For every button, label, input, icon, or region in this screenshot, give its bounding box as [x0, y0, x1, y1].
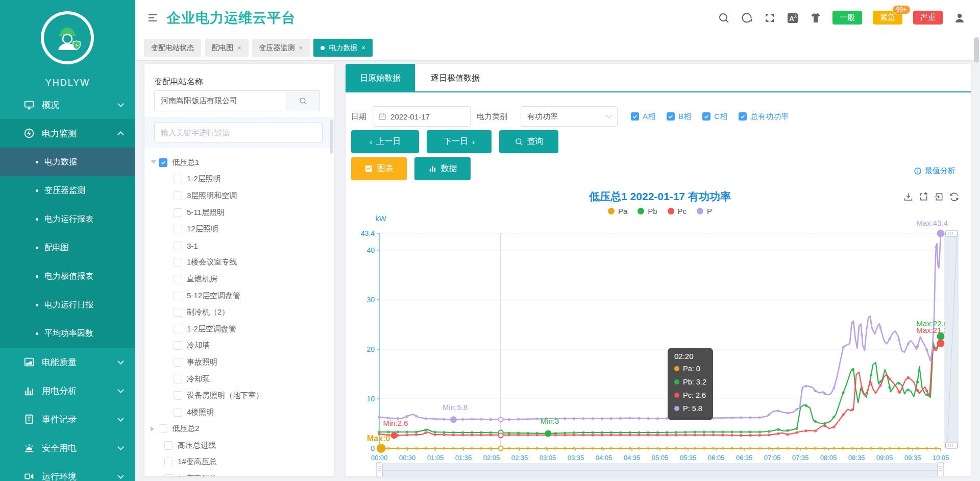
active-dot-icon [321, 46, 325, 50]
tree-node[interactable]: 1-2层空调盘管 [144, 321, 334, 338]
tree-checkbox[interactable] [174, 308, 182, 317]
tree-node[interactable]: 2#变高压总 [144, 470, 334, 476]
window-tab[interactable]: 电力数据× [313, 39, 373, 57]
tree-checkbox[interactable] [174, 242, 182, 250]
translate-icon[interactable]: A文 [787, 12, 799, 24]
tree-checkbox[interactable] [174, 275, 182, 283]
tree-checkbox[interactable] [174, 225, 182, 233]
tree-filter-input[interactable] [154, 122, 323, 142]
tree-checkbox[interactable] [164, 474, 173, 476]
page-scrollbar-thumb[interactable] [974, 37, 979, 63]
fullscreen-icon[interactable] [764, 12, 776, 24]
tree-node[interactable]: 设备房照明（地下室） [144, 387, 334, 404]
window-tab[interactable]: 变压器监测× [252, 39, 310, 57]
alarm-badge-severe[interactable]: 严重 [913, 11, 943, 25]
sidebar-item-6[interactable]: 运行环境 [0, 462, 135, 481]
refresh-icon[interactable] [741, 12, 753, 24]
tree-node[interactable]: 12层照明 [144, 221, 334, 237]
analysis-icon [23, 385, 35, 396]
close-icon[interactable]: × [237, 44, 241, 52]
extreme-analysis-link[interactable]: 最值分析 [914, 166, 955, 176]
tree-node[interactable]: 3层照明和空调 [144, 187, 334, 204]
datazoom-handle[interactable] [946, 442, 958, 448]
tree-checkbox[interactable] [159, 424, 167, 433]
sidebar-item-0[interactable]: 概况 [0, 90, 135, 119]
tab-daily-extreme-data[interactable]: 逐日极值数据 [422, 64, 488, 92]
tree-node[interactable]: 事故照明 [144, 354, 334, 371]
date-picker[interactable]: 2022-01-17 [373, 106, 471, 127]
tree-caret-icon[interactable] [151, 426, 157, 431]
tree-node[interactable]: 低压总2 [144, 421, 334, 438]
tree-checkbox[interactable] [174, 408, 182, 417]
menu-collapse-icon[interactable] [146, 12, 159, 24]
station-tree: 低压总11-2层照明3层照明和空调5-11层照明12层照明3-11楼会议室专线直… [144, 154, 334, 476]
search-icon[interactable] [718, 12, 730, 24]
tree-node[interactable]: 3-1 [144, 237, 334, 254]
query-button[interactable]: 查询 [499, 130, 558, 153]
sidebar-item-4[interactable]: 事件记录 [0, 405, 135, 434]
tree-node[interactable]: 5-12层空调盘管 [144, 287, 334, 304]
datazoom-handle[interactable] [376, 463, 382, 476]
tree-checkbox[interactable] [174, 341, 182, 350]
phase-checkbox[interactable]: B相 [667, 112, 691, 122]
prev-day-button[interactable]: ‹上一日 [351, 130, 419, 153]
alarm-badge-normal[interactable]: 一般 [832, 11, 862, 25]
tree-checkbox[interactable] [174, 375, 182, 383]
station-search-button[interactable] [286, 90, 320, 111]
alarm-badge-urgent[interactable]: 紧急99+ [873, 11, 902, 25]
sidebar-subitem[interactable]: 电力运行日报 [0, 291, 135, 319]
station-name-input[interactable] [154, 90, 286, 111]
tree-caret-icon[interactable] [151, 160, 156, 166]
close-icon[interactable]: × [299, 44, 303, 52]
tree-checkbox[interactable] [164, 441, 173, 450]
close-icon[interactable]: × [361, 44, 365, 52]
tree-node[interactable]: 高压总进线 [144, 437, 334, 454]
tree-checkbox[interactable] [159, 158, 167, 167]
sidebar-subitem[interactable]: 配电图 [0, 233, 135, 262]
tree-node[interactable]: 4楼照明 [144, 404, 334, 421]
tree-checkbox[interactable] [174, 391, 182, 400]
svg-text:09:05: 09:05 [876, 454, 893, 462]
datazoom-handle[interactable] [938, 463, 944, 476]
phase-checkbox[interactable]: 总有功功率 [739, 112, 789, 122]
phase-checkbox[interactable]: C相 [702, 112, 727, 122]
window-tab[interactable]: 配电图× [205, 39, 249, 57]
tree-checkbox[interactable] [174, 358, 182, 367]
tree-node[interactable]: 冷却塔 [144, 338, 334, 354]
sidebar-item-1[interactable]: 电力监测 [0, 119, 135, 148]
tree-checkbox[interactable] [174, 191, 182, 200]
next-day-button[interactable]: 下一日› [427, 130, 492, 153]
tree-checkbox[interactable] [174, 258, 182, 267]
power-line-chart[interactable]: 01020304043.4kW00:0000:3001:0501:3502:05… [346, 176, 971, 476]
panel-scrollbar-thumb[interactable] [330, 120, 333, 154]
sidebar-subitem[interactable]: 平均功率因数 [0, 319, 135, 348]
sidebar-item-2[interactable]: 电能质量 [0, 348, 135, 376]
tree-checkbox[interactable] [174, 175, 182, 183]
power-category-select[interactable]: 有功功率 [521, 106, 618, 127]
tree-checkbox[interactable] [174, 292, 182, 300]
tree-checkbox[interactable] [174, 325, 182, 333]
tree-node[interactable]: 5-11层照明 [144, 204, 334, 221]
datazoom-handle[interactable] [946, 230, 958, 236]
tree-node[interactable]: 直燃机房 [144, 271, 334, 287]
sidebar-subitem[interactable]: 电力运行报表 [0, 205, 135, 233]
sidebar-subitem[interactable]: 电力极值报表 [0, 262, 135, 291]
tree-checkbox[interactable] [174, 208, 182, 217]
user-icon[interactable] [953, 12, 966, 24]
theme-icon[interactable] [810, 12, 822, 24]
sidebar-subitem[interactable]: 电力数据 [0, 148, 135, 176]
tree-node[interactable]: 1楼会议室专线 [144, 254, 334, 271]
tree-node[interactable]: 低压总1 [144, 154, 334, 171]
window-tab[interactable]: 变配电站状态 [144, 39, 201, 57]
tree-node[interactable]: 1-2层照明 [144, 171, 334, 188]
tree-node[interactable]: 制冷机（2） [144, 304, 334, 321]
tree-node[interactable]: 1#变高压总 [144, 454, 334, 471]
vertical-datazoom-slider[interactable] [945, 233, 958, 448]
sidebar-item-5[interactable]: 安全用电 [0, 434, 135, 462]
phase-checkbox[interactable]: A相 [631, 112, 655, 122]
tree-node[interactable]: 冷却泵 [144, 371, 334, 388]
sidebar-item-3[interactable]: 用电分析 [0, 376, 135, 405]
sidebar-subitem[interactable]: 变压器监测 [0, 176, 135, 205]
tab-daily-raw-data[interactable]: 日原始数据 [346, 64, 415, 92]
tree-checkbox[interactable] [164, 458, 173, 466]
